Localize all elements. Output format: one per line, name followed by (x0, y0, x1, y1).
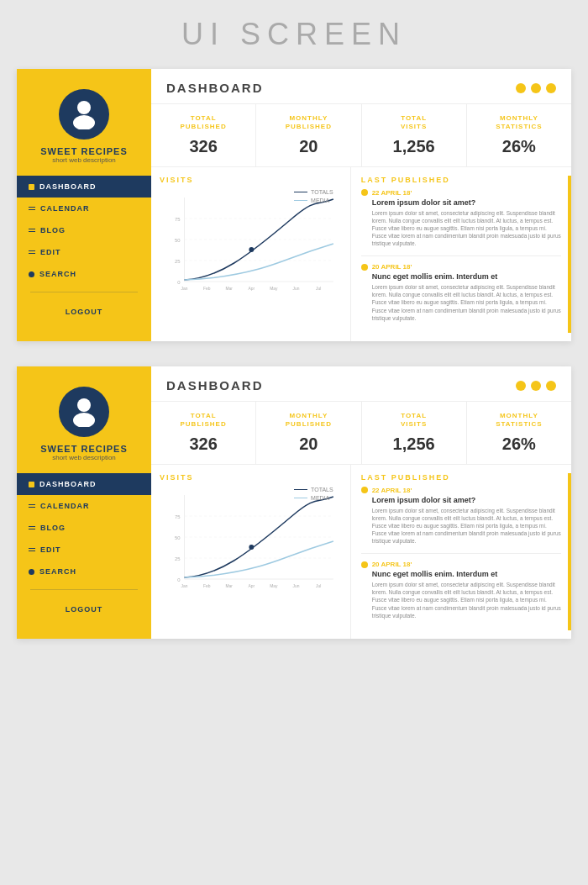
sidebar-item-calendar-2[interactable]: CALENDAR (17, 495, 151, 517)
calendar-label: CALENDAR (40, 204, 90, 213)
lp-heading-1: Nunc eget mollis enim. Interdum et (361, 272, 561, 281)
totals-line-2 (294, 489, 307, 490)
edit-label-2: EDIT (40, 545, 61, 554)
chart-area: TOTALS MEDIA (160, 189, 342, 298)
search-icon-2 (29, 569, 34, 575)
sidebar-item-blog[interactable]: BLOG (17, 219, 151, 241)
lp-heading-0-2: Lorem ipsum dolor sit amet? (361, 496, 561, 504)
lp-dot-1 (361, 264, 368, 271)
sidebar-item-dashboard[interactable]: DASHBOARD (17, 176, 151, 198)
lp-dot-1-2 (361, 561, 368, 568)
sidebar-brand-2: SWEET RECIPES short web description (40, 444, 127, 461)
stats-row: TOTALPUBLISHED 326 MONTHLYPUBLISHED 20 T… (151, 104, 571, 167)
logout-button[interactable]: LOGOUT (57, 299, 112, 324)
dashboard-header: DASHBOARD (151, 69, 571, 104)
avatar (59, 89, 109, 140)
dot-1 (516, 83, 526, 93)
search-label-2: SEARCH (39, 567, 76, 576)
dot-2-2 (531, 381, 541, 391)
edit-label: EDIT (40, 248, 61, 256)
header-dots-2 (516, 381, 556, 391)
stat-value-0-2: 326 (160, 435, 247, 454)
main-content-2: DASHBOARD TOTALPUBLISHED 326 MONTHLYPUBL… (151, 366, 571, 639)
sidebar-nav-2: DASHBOARD CALENDAR BLOG EDIT SEARCH (17, 473, 151, 582)
brand-desc-2: short web description (40, 454, 127, 461)
stat-total-visits: TOTALVISITS 1,256 (362, 104, 467, 166)
sidebar-item-search-2[interactable]: SEARCH (17, 561, 151, 582)
logout-button-2[interactable]: LOGOUT (57, 597, 112, 622)
chart-area-2: TOTALS MEDIA 0 25 (160, 487, 342, 596)
brand-name: SWEET RECIPES (40, 146, 127, 156)
svg-text:Jun: Jun (293, 584, 300, 588)
stat-label-1-2: MONTHLYPUBLISHED (265, 412, 352, 429)
lp-date-1-2: 20 APRIL 18' (361, 561, 561, 568)
svg-text:25: 25 (175, 259, 181, 264)
chart-svg-2: 0 25 50 75 Jan Feb Mar Apr May Jun Jul (160, 487, 342, 596)
svg-text:Feb: Feb (203, 584, 211, 588)
visits-panel: VISITS TOTALS MEDIA (151, 167, 351, 341)
svg-text:Jul: Jul (316, 287, 321, 291)
stat-total-published: TOTALPUBLISHED 326 (151, 104, 256, 166)
sidebar-item-search[interactable]: SEARCH (17, 263, 151, 285)
svg-point-0 (77, 101, 91, 114)
stat-monthly-published: MONTHLYPUBLISHED 20 (256, 104, 361, 166)
stat-label-0: TOTALPUBLISHED (160, 114, 247, 132)
svg-point-20 (73, 413, 95, 427)
lp-item-0: 22 APRIL 18' Lorem ipsum dolor sit amet?… (361, 189, 561, 247)
stat-label-2-2: TOTALVISITS (370, 412, 458, 429)
stat-label-3-2: MONTHLYSTATISTICS (475, 412, 563, 429)
svg-text:Jul: Jul (316, 584, 321, 588)
svg-text:Jun: Jun (293, 287, 300, 291)
avatar-2 (59, 387, 109, 437)
legend-totals-2: TOTALS (294, 487, 333, 493)
svg-point-37 (249, 545, 254, 550)
sidebar-item-calendar[interactable]: CALENDAR (17, 198, 151, 219)
lp-body-0-2: Lorem ipsum dolor sit amet, consectetur … (361, 507, 561, 545)
stat-monthly-statistics-2: MONTHLYSTATISTICS 26% (467, 402, 571, 464)
sidebar-nav: DASHBOARD CALENDAR BLOG EDIT SEARCH (17, 176, 151, 285)
main-content: DASHBOARD TOTALPUBLISHED 326 MONTHLYPUBL… (151, 69, 571, 341)
search-icon (29, 271, 34, 277)
bottom-panels: VISITS TOTALS MEDIA (151, 167, 571, 341)
sidebar-item-blog-2[interactable]: BLOG (17, 517, 151, 539)
svg-text:May: May (270, 287, 278, 291)
svg-point-19 (77, 398, 91, 412)
sidebar-item-edit-2[interactable]: EDIT (17, 539, 151, 561)
stat-label-2: TOTALVISITS (370, 114, 458, 132)
dashboard-title: DASHBOARD (166, 81, 264, 95)
calendar-icon-2 (29, 504, 35, 508)
dashboard-label-2: DASHBOARD (39, 480, 97, 488)
legend-totals-label-2: TOTALS (311, 487, 333, 493)
dashboard-label: DASHBOARD (39, 182, 97, 191)
stat-label-3: MONTHLYSTATISTICS (475, 114, 563, 132)
lp-yellow-bar (568, 176, 571, 333)
svg-text:Apr: Apr (248, 584, 255, 588)
stat-monthly-published-2: MONTHLYPUBLISHED 20 (256, 402, 361, 464)
sidebar-item-edit[interactable]: EDIT (17, 241, 151, 263)
stat-value-1: 20 (265, 137, 352, 156)
visits-panel-2: VISITS TOTALS MEDIA (151, 465, 351, 639)
lp-date-0: 22 APRIL 18' (361, 189, 561, 197)
brand-desc: short web description (40, 156, 127, 164)
lp-dot-0 (361, 189, 368, 196)
stat-value-2: 1,256 (370, 137, 458, 156)
svg-text:Mar: Mar (225, 287, 233, 291)
stat-value-1-2: 20 (265, 435, 352, 454)
brand-name-2: SWEET RECIPES (40, 444, 127, 454)
dot-3-2 (546, 381, 556, 391)
lp-dot-0-2 (361, 487, 368, 493)
user-icon (67, 96, 101, 133)
lp-body-1-2: Lorem ipsum dolor sit amet, consectetur … (361, 581, 561, 619)
svg-text:Mar: Mar (225, 584, 233, 588)
svg-text:75: 75 (175, 514, 181, 519)
header-dots (516, 83, 556, 93)
sidebar-item-dashboard-2[interactable]: DASHBOARD (17, 473, 151, 495)
lp-divider-2 (361, 553, 561, 554)
stat-label-0-2: TOTALPUBLISHED (160, 412, 247, 429)
svg-text:50: 50 (175, 238, 181, 243)
dashboard-title-2: DASHBOARD (166, 378, 264, 392)
svg-text:Feb: Feb (203, 287, 211, 291)
legend-totals-label: TOTALS (311, 189, 333, 195)
dashboard-icon-2 (29, 482, 34, 487)
svg-text:50: 50 (175, 535, 181, 540)
